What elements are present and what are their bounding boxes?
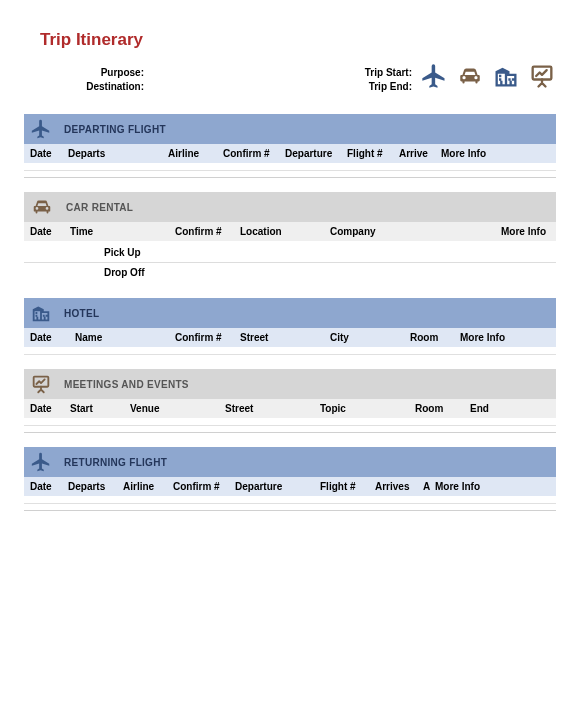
col-location: Location xyxy=(240,226,330,237)
col-street: Street xyxy=(240,332,330,343)
col-date: Date xyxy=(30,403,70,414)
col-airline: Airline xyxy=(123,481,173,492)
dropoff-row: Drop Off xyxy=(24,263,556,282)
col-topic: Topic xyxy=(320,403,415,414)
col-room: Room xyxy=(410,332,460,343)
col-date: Date xyxy=(30,226,70,237)
presentation-icon xyxy=(528,62,556,90)
section-title: MEETINGS AND EVENTS xyxy=(64,379,189,390)
col-a: A xyxy=(423,481,435,492)
empty-row xyxy=(24,496,556,504)
col-confirm: Confirm # xyxy=(223,148,285,159)
col-departure: Departure xyxy=(285,148,347,159)
airplane-icon xyxy=(30,451,52,473)
trip-start-label: Trip Start: xyxy=(144,66,412,80)
page-title: Trip Itinerary xyxy=(40,30,556,50)
col-more: More Info xyxy=(435,481,550,492)
col-headers-departing: Date Departs Airline Confirm # Departure… xyxy=(24,144,556,163)
col-date: Date xyxy=(30,148,68,159)
purpose-label: Purpose: xyxy=(24,66,144,80)
empty-row xyxy=(24,418,556,426)
col-more: More Info xyxy=(441,148,550,159)
col-headers-car: Date Time Confirm # Location Company Mor… xyxy=(24,222,556,241)
col-room: Room xyxy=(415,403,470,414)
col-arrives: Arrives xyxy=(375,481,423,492)
col-headers-meetings: Date Start Venue Street Topic Room End xyxy=(24,399,556,418)
col-date: Date xyxy=(30,332,75,343)
col-company: Company xyxy=(330,226,445,237)
col-flight: Flight # xyxy=(320,481,375,492)
divider xyxy=(24,432,556,433)
section-title: DEPARTING FLIGHT xyxy=(64,124,166,135)
col-start: Start xyxy=(70,403,130,414)
section-title: HOTEL xyxy=(64,308,99,319)
section-header-car: CAR RENTAL xyxy=(24,192,556,222)
destination-label: Destination: xyxy=(24,80,144,94)
section-header-returning: RETURNING FLIGHT xyxy=(24,447,556,477)
col-airline: Airline xyxy=(168,148,223,159)
svg-rect-1 xyxy=(34,377,49,387)
col-flight: Flight # xyxy=(347,148,399,159)
col-end: End xyxy=(470,403,550,414)
header-icons xyxy=(420,62,556,90)
trip-end-label: Trip End: xyxy=(144,80,412,94)
meta-left: Purpose: Destination: xyxy=(24,62,144,94)
airplane-icon xyxy=(420,62,448,90)
col-venue: Venue xyxy=(130,403,225,414)
col-arrive: Arrive xyxy=(399,148,441,159)
col-departs: Departs xyxy=(68,148,168,159)
section-header-hotel: HOTEL xyxy=(24,298,556,328)
section-returning-flight: RETURNING FLIGHT Date Departs Airline Co… xyxy=(24,447,556,511)
section-departing-flight: DEPARTING FLIGHT Date Departs Airline Co… xyxy=(24,114,556,178)
divider xyxy=(24,177,556,178)
header-meta-row: Purpose: Destination: Trip Start: Trip E… xyxy=(24,62,556,94)
section-header-departing: DEPARTING FLIGHT xyxy=(24,114,556,144)
section-meetings: MEETINGS AND EVENTS Date Start Venue Str… xyxy=(24,369,556,433)
car-icon xyxy=(456,63,484,89)
section-header-meetings: MEETINGS AND EVENTS xyxy=(24,369,556,399)
svg-rect-0 xyxy=(533,67,552,80)
airplane-icon xyxy=(30,118,52,140)
col-more: More Info xyxy=(445,226,550,237)
col-time: Time xyxy=(70,226,175,237)
building-icon xyxy=(492,62,520,90)
col-confirm: Confirm # xyxy=(175,226,240,237)
col-departure: Departure xyxy=(235,481,320,492)
col-name: Name xyxy=(75,332,175,343)
col-confirm: Confirm # xyxy=(173,481,235,492)
presentation-icon xyxy=(30,373,52,395)
empty-row xyxy=(24,163,556,171)
col-confirm: Confirm # xyxy=(175,332,240,343)
col-date: Date xyxy=(30,481,68,492)
section-hotel: HOTEL Date Name Confirm # Street City Ro… xyxy=(24,298,556,355)
section-title: CAR RENTAL xyxy=(66,202,133,213)
col-street: Street xyxy=(225,403,320,414)
col-headers-hotel: Date Name Confirm # Street City Room Mor… xyxy=(24,328,556,347)
col-city: City xyxy=(330,332,410,343)
col-departs: Departs xyxy=(68,481,123,492)
col-more: More Info xyxy=(460,332,550,343)
empty-row xyxy=(24,347,556,355)
car-icon xyxy=(30,196,54,218)
section-title: RETURNING FLIGHT xyxy=(64,457,167,468)
col-headers-returning: Date Departs Airline Confirm # Departure… xyxy=(24,477,556,496)
meta-right: Trip Start: Trip End: xyxy=(144,62,420,94)
divider xyxy=(24,510,556,511)
car-subrows: Pick Up Drop Off xyxy=(24,241,556,284)
section-car-rental: CAR RENTAL Date Time Confirm # Location … xyxy=(24,192,556,284)
building-icon xyxy=(30,302,52,324)
pickup-row: Pick Up xyxy=(24,243,556,263)
